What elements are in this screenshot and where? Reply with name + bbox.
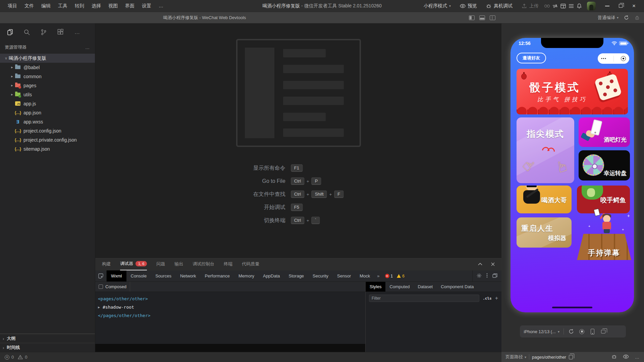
devtools-tab-security[interactable]: Security: [308, 270, 333, 281]
tree-file-privateconfig[interactable]: {…} project.private.config.json: [0, 135, 95, 144]
inspect-element-icon[interactable]: [95, 270, 107, 281]
devtools-tab-memory[interactable]: Memory: [234, 270, 259, 281]
capsule-close-icon[interactable]: [621, 56, 626, 61]
swap-arrows-icon[interactable]: [552, 3, 558, 9]
compile-mode-dropdown[interactable]: 普通编译▾: [598, 15, 619, 21]
devtools-tab-sensor[interactable]: Sensor: [333, 270, 355, 281]
tree-root[interactable]: ∨ 喝酒小程序修复版: [0, 54, 95, 63]
devtools-tab-performance[interactable]: Performance: [201, 270, 234, 281]
menu-select[interactable]: 选择: [89, 2, 104, 10]
page-path-dropdown[interactable]: 页面路径▾: [505, 354, 526, 360]
tab-debug-console[interactable]: 调试控制台: [193, 258, 214, 270]
composed-toggle[interactable]: Composed: [95, 282, 130, 292]
explorer-more-icon[interactable]: …: [85, 45, 90, 50]
handheld-danmaku-card[interactable]: + + + 手持弹幕: [577, 213, 631, 260]
phone-simulator[interactable]: 12:56 邀请好友 ••• 骰子模式 比手气 拼技巧: [511, 38, 634, 312]
devtools-tab-network[interactable]: Network: [176, 270, 201, 281]
console-issue-counts[interactable]: ✕1 6: [385, 274, 405, 278]
minimize-button[interactable]: [600, 1, 614, 11]
toggle-bottom-panel-icon[interactable]: [479, 15, 485, 20]
bar-light-card[interactable]: 酒吧灯光: [579, 117, 630, 147]
close-panel-icon[interactable]: [490, 261, 495, 267]
outline-section[interactable]: › 大纲: [0, 334, 95, 343]
device-frame-icon[interactable]: [589, 329, 596, 334]
debug-bug-icon[interactable]: [611, 354, 617, 360]
capsule-more-icon[interactable]: •••: [601, 57, 607, 60]
new-style-rule-button[interactable]: +: [495, 295, 498, 301]
copy-path-icon[interactable]: [569, 355, 573, 359]
tree-file-projectconfig[interactable]: {…} project.config.json: [0, 126, 95, 135]
more-tabs-icon[interactable]: »: [374, 273, 382, 278]
devtools-tab-sources[interactable]: Sources: [151, 270, 176, 281]
devtools-tab-storage[interactable]: Storage: [284, 270, 309, 281]
bell-icon[interactable]: [576, 3, 582, 9]
tree-folder-pages[interactable]: ▸ pages: [0, 81, 95, 90]
tab-output[interactable]: 输出: [174, 258, 183, 270]
toggle-sidebar-panel-icon[interactable]: [469, 15, 475, 20]
dock-side-icon[interactable]: [492, 273, 497, 279]
tab-dataset[interactable]: Dataset: [414, 282, 437, 292]
multi-window-icon[interactable]: [600, 330, 607, 333]
close-button[interactable]: ×: [627, 1, 641, 11]
problems-status[interactable]: ✕ 0 0: [0, 352, 95, 362]
toggle-class-button[interactable]: .cls: [483, 296, 492, 301]
devtools-tab-wxml[interactable]: Wxml: [107, 270, 126, 281]
tree-file-appjson[interactable]: {…} app.json: [0, 108, 95, 117]
tab-code-quality[interactable]: 代码质量: [242, 258, 259, 270]
settings-gear-icon[interactable]: [477, 273, 482, 279]
source-control-icon[interactable]: [40, 28, 48, 36]
drinking-bro-card[interactable]: 喝酒大哥: [517, 186, 572, 213]
menu-file[interactable]: 文件: [21, 2, 37, 10]
tree-folder-babel[interactable]: ▸ @babel: [0, 63, 95, 72]
link-icon[interactable]: [544, 3, 550, 9]
more-options-icon[interactable]: …: [635, 355, 640, 360]
devtools-tab-mock[interactable]: Mock: [355, 270, 374, 281]
menu-settings[interactable]: 设置: [139, 2, 154, 10]
tab-styles[interactable]: Styles: [366, 282, 385, 292]
remote-debug-button[interactable]: 真机调试: [482, 2, 516, 10]
wxml-shadow-root[interactable]: ▶#shadow-root: [98, 303, 364, 311]
extensions-icon[interactable]: [56, 28, 64, 36]
tree-file-appjs[interactable]: JS app.js: [0, 99, 95, 108]
tab-debugger[interactable]: 调试器1, 6: [120, 258, 147, 270]
tab-build[interactable]: 构建: [102, 258, 111, 270]
lucky-wheel-card[interactable]: 幸运转盘: [579, 150, 630, 180]
tree-folder-utils[interactable]: ▸ utils: [0, 90, 95, 99]
menu-tools[interactable]: 工具: [55, 2, 70, 10]
toggle-simulator-panel-icon[interactable]: [490, 15, 495, 20]
wechat-capsule[interactable]: •••: [598, 53, 629, 64]
upload-button[interactable]: 上传: [518, 2, 542, 10]
timeline-section[interactable]: › 时间线: [0, 343, 95, 352]
refresh-icon[interactable]: [568, 329, 575, 334]
preview-button[interactable]: 预览: [456, 2, 480, 10]
tree-folder-common[interactable]: ▸ common: [0, 72, 95, 81]
recompile-icon[interactable]: [623, 15, 629, 21]
menu-project[interactable]: 项目: [5, 2, 20, 10]
menu-interface[interactable]: 界面: [122, 2, 138, 10]
checkbox-icon[interactable]: [99, 285, 103, 289]
menu-more[interactable]: …: [156, 2, 166, 10]
collapse-panel-icon[interactable]: [477, 261, 483, 267]
tree-file-sitemap[interactable]: {…} sitemap.json: [0, 144, 95, 153]
restart-life-card[interactable]: 重启人生 模拟器: [517, 217, 572, 248]
tree-file-appwxss[interactable]: ∃ app.wxss: [0, 117, 95, 126]
avatar[interactable]: [587, 2, 596, 10]
clear-cache-icon[interactable]: [634, 15, 640, 21]
visibility-eye-icon[interactable]: [623, 355, 629, 360]
tab-component-data[interactable]: Component Data: [437, 282, 478, 292]
wxml-tree-pane[interactable]: <pages/other/other> ▶#shadow-root </page…: [95, 292, 365, 352]
wxml-open-tag[interactable]: <pages/other/other>: [98, 295, 364, 303]
expand-arrow-icon[interactable]: ▶: [98, 303, 103, 311]
dice-mode-banner[interactable]: 骰子模式 比手气 拼技巧: [517, 69, 628, 114]
horizontal-scrollbar[interactable]: [95, 344, 365, 352]
tab-terminal[interactable]: 终端: [224, 258, 232, 270]
wxml-close-tag[interactable]: </pages/other/other>: [98, 311, 364, 320]
device-selector[interactable]: iPhone 12/13 (...▾: [524, 329, 559, 334]
bite-crocodile-card[interactable]: 咬手鳄鱼: [577, 186, 630, 213]
more-actions-icon[interactable]: …: [73, 28, 81, 36]
kebab-menu-icon[interactable]: [486, 273, 488, 279]
stop-icon[interactable]: [579, 329, 585, 334]
invite-friends-button[interactable]: 邀请好友: [517, 53, 546, 63]
layout-icon[interactable]: [560, 3, 566, 9]
tab-computed[interactable]: Computed: [385, 282, 414, 292]
